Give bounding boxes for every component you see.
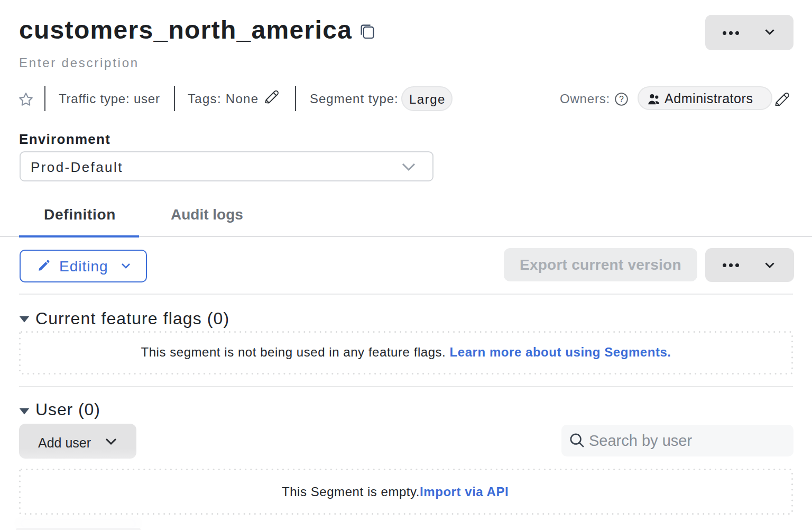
- svg-text:?: ?: [619, 95, 624, 104]
